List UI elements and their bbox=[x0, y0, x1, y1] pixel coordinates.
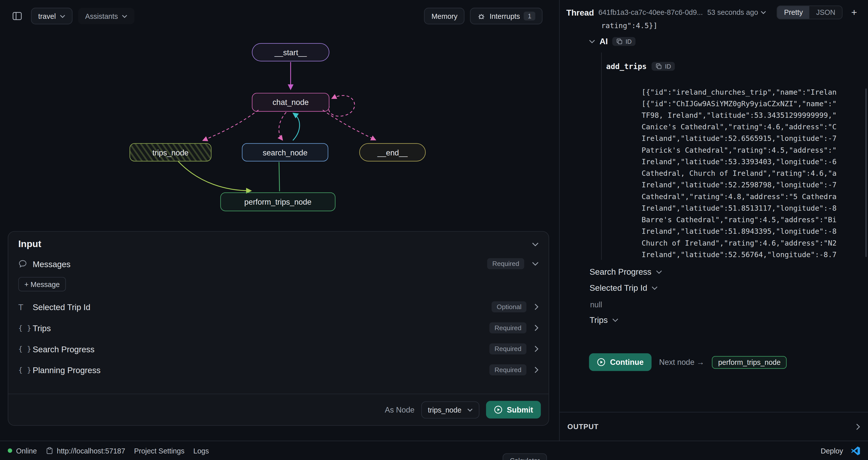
code-scrollbar[interactable] bbox=[865, 88, 867, 257]
play-circle-icon bbox=[494, 405, 502, 414]
tool-call-arguments[interactable]: [{"id":"ireland_churches_trip","name":"I… bbox=[642, 86, 865, 259]
chevron-down-icon bbox=[532, 242, 538, 247]
braces-icon: { } bbox=[18, 345, 33, 353]
thread-time-dropdown[interactable]: 53 seconds ago bbox=[707, 8, 766, 16]
pretty-toggle[interactable]: Pretty bbox=[778, 6, 810, 19]
server-url[interactable]: http://localhost:57187 bbox=[46, 447, 125, 455]
logs-link[interactable]: Logs bbox=[193, 447, 209, 455]
section-trips[interactable]: Trips bbox=[590, 315, 618, 324]
node-label: perform_trips_node bbox=[244, 197, 311, 206]
graph-node-start[interactable]: __start__ bbox=[252, 43, 329, 62]
server-url-label: http://localhost:57187 bbox=[57, 447, 125, 455]
braces-icon: { } bbox=[18, 366, 33, 374]
field-label: Trips bbox=[33, 323, 51, 332]
submit-button[interactable]: Submit bbox=[486, 401, 541, 418]
section-search-progress[interactable]: Search Progress bbox=[590, 267, 662, 276]
field-row-trips[interactable]: { } Trips Required bbox=[8, 317, 549, 338]
graph-node-perform[interactable]: perform_trips_node bbox=[220, 192, 336, 211]
chevron-down-icon bbox=[612, 318, 618, 322]
json-toggle[interactable]: JSON bbox=[809, 6, 842, 19]
copy-id-chip[interactable]: ID bbox=[612, 37, 636, 45]
id-chip-label: ID bbox=[665, 63, 671, 70]
chat-bubble-icon bbox=[18, 259, 33, 268]
scrolled-json-fragment: rating":4.5}] bbox=[601, 22, 657, 30]
as-node-label: As Node bbox=[385, 405, 414, 414]
graph-node-end[interactable]: __end__ bbox=[359, 143, 426, 161]
required-badge: Required bbox=[490, 343, 526, 354]
field-row-messages[interactable]: Messages Required bbox=[8, 253, 549, 274]
input-panel-header[interactable]: Input bbox=[8, 232, 549, 253]
code-line: Canice's Cathedral","rating":4.6,"addres… bbox=[642, 121, 865, 133]
section-label: Selected Trip Id bbox=[590, 283, 647, 292]
field-label: Selected Trip Id bbox=[33, 302, 90, 311]
indent-guide bbox=[601, 53, 601, 260]
graph-node-chat[interactable]: chat_node bbox=[252, 93, 329, 112]
id-chip-label: ID bbox=[625, 38, 631, 44]
copy-id-chip[interactable]: ID bbox=[652, 62, 675, 71]
chevron-down-icon bbox=[589, 39, 595, 43]
add-message-button[interactable]: + Message bbox=[18, 277, 66, 291]
code-line: Patrick's Cathedral","rating":4.5,"addre… bbox=[642, 144, 865, 156]
field-row-selected-trip-id[interactable]: T Selected Trip Id Optional bbox=[8, 296, 549, 317]
braces-icon: { } bbox=[18, 324, 33, 332]
code-line: Ireland","latitude":51.8943395,"longitud… bbox=[642, 226, 865, 237]
required-badge: Required bbox=[487, 258, 524, 269]
thread-panel: Thread 641fb1a3-ca7c-40ee-87c6-0d9... 53… bbox=[559, 0, 868, 441]
online-status: Online bbox=[8, 447, 37, 455]
copy-icon bbox=[616, 38, 623, 44]
code-line: [{"id":"ireland_churches_trip","name":"I… bbox=[642, 86, 865, 98]
node-label: trips_node bbox=[152, 148, 188, 157]
continue-button-label: Continue bbox=[610, 358, 644, 367]
statusbar: Online http://localhost:57187 Project Se… bbox=[0, 441, 868, 460]
code-line: Ireland","latitude":52.56764,"longitude"… bbox=[642, 249, 865, 259]
vscode-icon[interactable] bbox=[851, 446, 860, 455]
node-label: __start__ bbox=[274, 48, 307, 57]
code-line: Barre's Cathedral","rating":4.5,"address… bbox=[642, 214, 865, 226]
chevron-right-icon bbox=[534, 367, 539, 373]
chevron-down-icon bbox=[652, 286, 658, 290]
node-label: search_node bbox=[262, 148, 307, 157]
project-settings-link[interactable]: Project Settings bbox=[134, 447, 184, 455]
field-row-planning-progress[interactable]: { } Planning Progress Required bbox=[8, 359, 549, 381]
chevron-down-icon bbox=[656, 269, 662, 274]
as-node-dropdown[interactable]: trips_node bbox=[421, 401, 479, 418]
graph-node-search[interactable]: search_node bbox=[242, 143, 329, 161]
next-node-label: Next node → bbox=[659, 358, 704, 367]
online-dot-icon bbox=[8, 449, 12, 453]
text-type-icon: T bbox=[18, 302, 33, 311]
input-panel-footer: As Node trips_node Submit bbox=[8, 394, 549, 425]
chevron-down-icon bbox=[467, 408, 472, 412]
thread-header: Thread 641fb1a3-ca7c-40ee-87c6-0d9... 53… bbox=[560, 0, 868, 24]
clipboard-icon bbox=[46, 447, 53, 455]
interrupt-action-row: Continue Next node → perform_trips_node bbox=[589, 353, 787, 371]
calculator-drawer-tab[interactable]: Calculator bbox=[503, 454, 547, 460]
new-thread-button[interactable]: + bbox=[847, 5, 861, 19]
code-line: TF98, Ireland","latitude":53.34351299999… bbox=[642, 109, 865, 121]
chevron-right-icon bbox=[534, 346, 539, 352]
code-line: Ireland","latitude":52.6565915,"longitud… bbox=[642, 133, 865, 144]
tool-call-header: add_trips ID bbox=[606, 62, 675, 71]
field-label: Search Progress bbox=[33, 344, 94, 354]
code-line: Ireland","latitude":52.2598798,"longitud… bbox=[642, 179, 865, 191]
code-line: Church of Ireland","rating":4.6,"address… bbox=[642, 237, 865, 249]
output-section-header[interactable]: OUTPUT bbox=[560, 412, 868, 440]
continue-button[interactable]: Continue bbox=[589, 353, 651, 371]
section-selected-trip-id[interactable]: Selected Trip Id bbox=[590, 283, 658, 292]
graph-node-trips[interactable]: trips_node bbox=[129, 143, 211, 161]
play-circle-icon bbox=[597, 358, 606, 367]
code-line: Ireland","latitude":51.8513117,"longitud… bbox=[642, 202, 865, 214]
app-window: travel Assistants Memory Interrupts 1 bbox=[0, 0, 868, 460]
deploy-link[interactable]: Deploy bbox=[821, 447, 843, 455]
input-panel: Input Messages Required + Message T Sele… bbox=[8, 231, 549, 426]
node-label: __end__ bbox=[377, 148, 408, 157]
graph-panel: travel Assistants Memory Interrupts 1 bbox=[0, 0, 559, 441]
section-label: Trips bbox=[590, 315, 608, 324]
output-label: OUTPUT bbox=[567, 422, 599, 431]
field-row-search-progress[interactable]: { } Search Progress Required bbox=[8, 338, 549, 360]
field-label: Planning Progress bbox=[33, 365, 100, 374]
field-label: Messages bbox=[33, 259, 71, 268]
input-panel-title: Input bbox=[18, 239, 41, 250]
required-badge: Required bbox=[490, 364, 526, 375]
next-node-chip[interactable]: perform_trips_node bbox=[712, 356, 787, 369]
ai-message-header[interactable]: AI ID bbox=[589, 36, 636, 46]
